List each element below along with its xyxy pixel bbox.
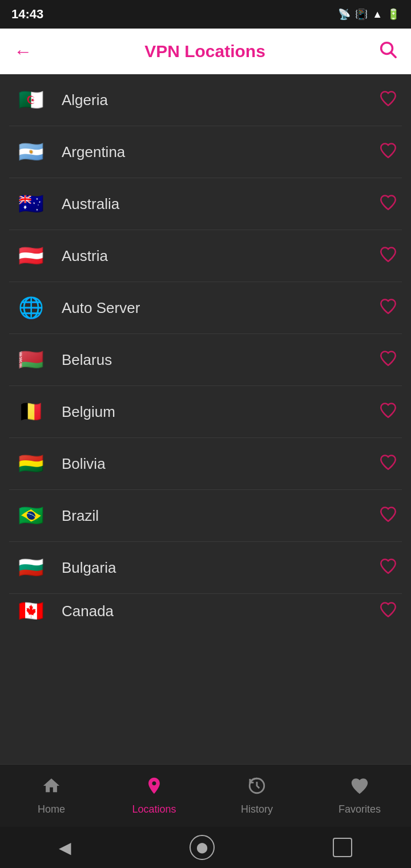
battery-icon: 🔋 [387, 8, 400, 21]
favorite-button[interactable] [379, 601, 397, 621]
flag-argentina: 🇦🇷 [14, 140, 48, 163]
status-time: 14:43 [11, 7, 43, 22]
android-nav-bar: ◀ ⬤ [0, 827, 411, 868]
nav-label-locations: Locations [132, 803, 176, 815]
svg-line-1 [391, 53, 396, 57]
favorite-button[interactable] [379, 558, 397, 578]
flag-austria: 🇦🇹 [14, 244, 48, 267]
country-name: Austria [62, 247, 379, 265]
flag-australia: 🇦🇺 [14, 192, 48, 215]
favorite-button[interactable] [379, 298, 397, 318]
favorite-button[interactable] [379, 246, 397, 266]
favorite-button[interactable] [379, 402, 397, 422]
list-item[interactable]: 🇦🇷 Argentina [0, 126, 411, 178]
list-item[interactable]: 🇧🇷 Brazil [0, 490, 411, 541]
country-name: Auto Server [62, 299, 379, 317]
country-name: Brazil [62, 507, 379, 525]
favorite-button[interactable] [379, 454, 397, 474]
home-icon [42, 776, 61, 800]
country-name: Belgium [62, 403, 379, 421]
list-item[interactable]: 🇧🇪 Belgium [0, 386, 411, 437]
list-item[interactable]: 🇧🇴 Bolivia [0, 438, 411, 489]
country-name: Argentina [62, 143, 379, 161]
favorite-button[interactable] [379, 142, 397, 162]
flag-bulgaria: 🇧🇬 [14, 556, 48, 579]
location-icon [144, 776, 164, 800]
back-button[interactable]: ← [14, 42, 32, 61]
nav-item-locations[interactable]: Locations [103, 776, 206, 815]
flag-algeria: 🇩🇿 [14, 89, 48, 111]
list-item[interactable]: 🇧🇬 Bulgaria [0, 542, 411, 593]
android-recent-button[interactable] [333, 838, 352, 857]
favorite-button[interactable] [379, 506, 397, 526]
status-bar: 14:43 📡 📳 ▲ 🔋 [0, 0, 411, 29]
android-back-button[interactable]: ◀ [59, 838, 71, 857]
top-bar: ← VPN Locations [0, 29, 411, 74]
status-icons: 📡 📳 ▲ 🔋 [338, 8, 400, 21]
flag-bolivia: 🇧🇴 [14, 452, 48, 475]
vibrate-icon: 📳 [355, 8, 368, 21]
favorite-button[interactable] [379, 350, 397, 370]
list-item[interactable]: 🇧🇾 Belarus [0, 334, 411, 385]
country-name: Canada [62, 602, 379, 620]
flag-auto-server: 🌐 [14, 296, 48, 319]
flag-belgium: 🇧🇪 [14, 400, 48, 423]
nav-item-home[interactable]: Home [0, 776, 103, 815]
favorite-button[interactable] [379, 194, 397, 214]
location-list: 🇩🇿 Algeria 🇦🇷 Argentina 🇦🇺 Australia [0, 74, 411, 732]
country-name: Belarus [62, 351, 379, 369]
nav-item-history[interactable]: History [206, 776, 308, 815]
page-title: VPN Locations [144, 42, 265, 61]
favorites-icon [350, 776, 369, 800]
country-name: Algeria [62, 91, 379, 109]
list-item[interactable]: 🇩🇿 Algeria [0, 74, 411, 126]
nav-label-home: Home [38, 803, 65, 815]
country-name: Bolivia [62, 455, 379, 473]
list-item[interactable]: 🇨🇦 Canada [0, 594, 411, 628]
bottom-nav: Home Locations History Favorites [0, 764, 411, 827]
favorite-button[interactable] [379, 90, 397, 110]
android-home-button[interactable]: ⬤ [190, 835, 215, 860]
nav-item-favorites[interactable]: Favorites [308, 776, 411, 815]
flag-canada: 🇨🇦 [14, 600, 48, 622]
search-button[interactable] [378, 39, 397, 63]
list-item[interactable]: 🇦🇹 Austria [0, 230, 411, 282]
flag-belarus: 🇧🇾 [14, 348, 48, 371]
flag-brazil: 🇧🇷 [14, 504, 48, 527]
wifi-icon: ▲ [372, 9, 382, 21]
country-name: Bulgaria [62, 559, 379, 577]
nav-label-history: History [241, 803, 273, 815]
list-item[interactable]: 🌐 Auto Server [0, 282, 411, 333]
country-name: Australia [62, 195, 379, 213]
history-icon [247, 776, 267, 800]
cast-icon: 📡 [338, 8, 350, 21]
list-item[interactable]: 🇦🇺 Australia [0, 178, 411, 230]
nav-label-favorites: Favorites [339, 803, 381, 815]
